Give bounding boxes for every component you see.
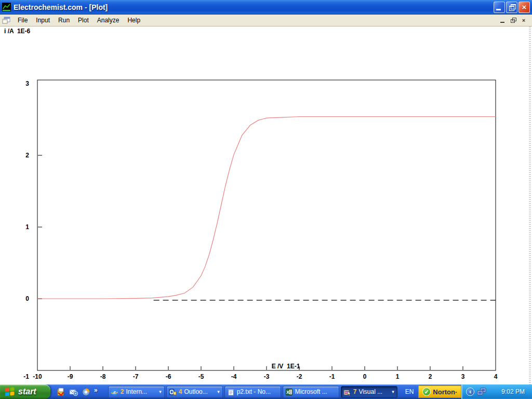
series-sigmoidal-voltammogram [37,116,496,299]
menu-items: FileInputRunPlotAnalyzeHelp [14,16,499,25]
quick-launch-outlook-express-icon[interactable] [69,388,78,396]
taskbar: start [0,384,532,399]
x-tick-label: -5 [198,373,204,380]
mdi-child-window-icon[interactable] [2,17,10,24]
x-tick-label: 4 [494,373,498,380]
group-dropdown-arrow-icon[interactable]: ▾ [159,389,162,394]
minimize-button[interactable] [494,2,505,13]
menu-bar: FileInputRunPlotAnalyzeHelp × [0,15,532,26]
window-group-count: 7 [353,388,357,395]
y-tick-label: 0 [25,295,29,302]
mdi-window-controls: × [499,17,528,24]
minimize-icon [496,9,501,10]
taskbar-button-internet-explorer[interactable]: e2Intern...▾ [108,386,165,398]
close-icon: × [522,3,527,11]
clock: 9:02 PM [501,388,529,395]
menu-item-plot[interactable]: Plot [74,16,93,25]
norton-tray-badge[interactable]: ✓ Norton· [418,385,461,398]
window-controls: × [494,2,530,13]
tray-collapse-chevron-icon[interactable]: ‹ [466,388,474,396]
taskbar-button-label: Microsoft ... [295,388,337,395]
mdi-minimize-button[interactable] [499,17,507,24]
x-tick-label: -6 [166,373,171,380]
taskbar-button-visual-studio[interactable]: 7Visual ...▾ [341,386,397,398]
taskbar-button-label: Outloo... [184,388,215,395]
x-tick-label: 2 [429,373,432,380]
x-tick-label: -2 [297,373,302,380]
y-tick-label: 1 [25,223,29,231]
voltammogram-chart: -10-9-8-7-6-5-4-3-2-101234-10123 [0,26,527,385]
window-group-count: 4 [179,388,182,395]
app-plot-icon [2,3,11,11]
mdi-close-button[interactable]: × [520,17,528,24]
menu-item-run[interactable]: Run [54,16,74,25]
group-dropdown-arrow-icon[interactable]: ▾ [217,389,220,394]
window-title: Electrochemist.com - [Plot] [14,3,494,11]
excel-icon: X [285,388,293,396]
start-button[interactable]: start [0,384,50,399]
norton-check-icon: ✓ [422,388,431,396]
plot-client-area: i /A 1E-6 -10-9-8-7-6-5-4-3-2-101234-101… [0,26,532,384]
visual-studio-icon [343,388,351,396]
y-tick-label: 3 [25,80,29,87]
x-tick-label: 0 [363,373,367,380]
x-tick-label: -4 [231,373,237,380]
x-tick-label: -8 [100,373,106,380]
y-tick-label: 2 [25,152,29,159]
outlook-icon [169,388,177,396]
mdi-minimize-icon [500,22,504,23]
network-status-icon[interactable] [477,388,486,396]
taskbar-button-outlook[interactable]: 4Outloo...▾ [166,386,223,398]
menu-item-help[interactable]: Help [123,16,144,25]
x-axis-title: E /V 1E-1 [262,363,309,370]
svg-text:X: X [286,390,289,395]
x-tick-label: -10 [33,373,42,380]
window-right-edge [529,26,531,384]
x-tick-label: 3 [461,373,465,380]
taskbar-button-notepad[interactable]: p2.txt - No... [224,386,281,398]
x-tick-label: 1 [396,373,400,380]
y-tick-label: -1 [23,373,29,380]
x-tick-label: -3 [264,373,270,380]
menu-item-file[interactable]: File [14,16,32,25]
taskbar-button-label: Visual ... [358,388,390,395]
x-tick-label: -7 [133,373,139,380]
system-tray: ‹ 9:02 PM [461,384,532,399]
internet-explorer-icon: e [111,388,118,396]
windows-logo-icon [5,387,15,396]
taskbar-button-label: p2.txt - No... [237,388,278,395]
mdi-close-icon: × [522,17,525,23]
quick-launch-bar: » [50,387,103,397]
quick-launch-media-player-icon[interactable] [82,388,90,396]
menu-item-analyze[interactable]: Analyze [93,16,124,25]
group-dropdown-arrow-icon[interactable]: ▾ [392,389,395,394]
x-tick-label: -9 [68,373,73,380]
app-window: Electrochemist.com - [Plot] × FileInputR… [0,0,532,399]
title-bar: Electrochemist.com - [Plot] × [0,0,532,15]
restore-button[interactable] [506,2,517,13]
norton-label: Norton· [433,388,457,396]
taskbar-buttons: e2Intern...▾4Outloo...▾p2.txt - No...XMi… [108,386,397,398]
close-button[interactable]: × [518,2,530,13]
language-indicator[interactable]: EN [401,388,419,395]
x-tick-label: -1 [329,373,335,380]
window-group-count: 2 [121,388,124,395]
plot-frame [37,80,496,370]
menu-item-input[interactable]: Input [32,16,54,25]
taskbar-button-label: Intern... [126,388,157,395]
quick-launch-mail-icon[interactable] [57,388,65,396]
start-label: start [18,387,36,396]
taskbar-button-excel[interactable]: XMicrosoft ... [283,386,339,398]
svg-text:e: e [113,389,116,395]
mdi-restore-button[interactable] [509,17,517,24]
notepad-icon [227,388,235,396]
quick-launch-overflow-chevron[interactable]: » [94,387,99,397]
